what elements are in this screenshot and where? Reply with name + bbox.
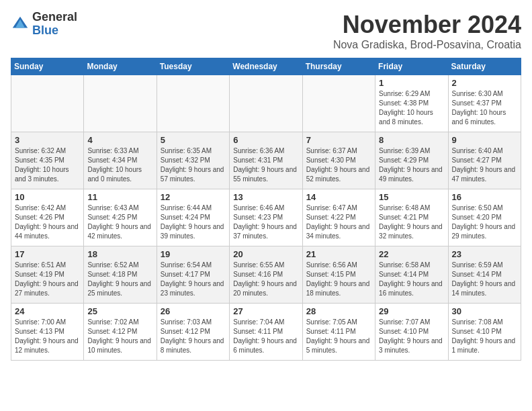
calendar-week-row: 1Sunrise: 6:29 AM Sunset: 4:38 PM Daylig… [11,75,521,132]
day-number: 12 [161,192,226,202]
logo: General Blue [11,11,77,38]
day-number: 21 [306,249,371,259]
day-number: 14 [306,192,371,202]
calendar-week-row: 3Sunrise: 6:32 AM Sunset: 4:35 PM Daylig… [11,132,521,189]
month-title: November 2024 [333,11,521,39]
weekday-header: Saturday [448,58,521,75]
weekday-header: Sunday [11,58,84,75]
calendar-day-cell: 20Sunrise: 6:55 AM Sunset: 4:16 PM Dayli… [230,246,302,304]
day-info: Sunrise: 6:32 AM Sunset: 4:35 PM Dayligh… [15,146,80,184]
calendar-day-cell: 7Sunrise: 6:37 AM Sunset: 4:30 PM Daylig… [302,132,375,189]
day-number: 19 [161,249,226,259]
day-number: 29 [379,306,444,316]
calendar-day-cell: 27Sunrise: 7:04 AM Sunset: 4:11 PM Dayli… [230,304,302,361]
calendar-day-cell: 5Sunrise: 6:35 AM Sunset: 4:32 PM Daylig… [157,132,229,189]
calendar-day-cell: 30Sunrise: 7:08 AM Sunset: 4:10 PM Dayli… [448,304,521,361]
calendar-day-cell: 21Sunrise: 6:56 AM Sunset: 4:15 PM Dayli… [302,246,375,304]
day-number: 23 [452,249,517,259]
weekday-header: Friday [375,58,448,75]
day-number: 20 [233,249,298,259]
day-number: 4 [87,135,152,145]
calendar-day-cell: 29Sunrise: 7:07 AM Sunset: 4:10 PM Dayli… [375,304,448,361]
day-number: 1 [379,78,444,88]
day-info: Sunrise: 7:08 AM Sunset: 4:10 PM Dayligh… [452,318,517,355]
day-info: Sunrise: 6:42 AM Sunset: 4:26 PM Dayligh… [15,203,80,241]
calendar-day-cell: 13Sunrise: 6:46 AM Sunset: 4:23 PM Dayli… [230,189,302,246]
calendar-day-cell: 6Sunrise: 6:36 AM Sunset: 4:31 PM Daylig… [230,132,302,189]
day-info: Sunrise: 6:46 AM Sunset: 4:23 PM Dayligh… [233,203,298,241]
day-info: Sunrise: 7:04 AM Sunset: 4:11 PM Dayligh… [233,318,298,355]
day-number: 24 [15,306,80,316]
day-number: 11 [87,192,152,202]
day-info: Sunrise: 7:05 AM Sunset: 4:11 PM Dayligh… [306,318,371,355]
calendar-day-cell: 28Sunrise: 7:05 AM Sunset: 4:11 PM Dayli… [302,304,375,361]
calendar-day-cell: 1Sunrise: 6:29 AM Sunset: 4:38 PM Daylig… [375,75,448,132]
calendar-day-cell [11,75,84,132]
logo-blue-text: Blue [32,24,77,38]
day-info: Sunrise: 6:51 AM Sunset: 4:19 PM Dayligh… [15,261,80,298]
day-number: 9 [452,135,517,145]
day-info: Sunrise: 6:55 AM Sunset: 4:16 PM Dayligh… [233,261,298,298]
day-number: 10 [15,192,80,202]
calendar-day-cell: 9Sunrise: 6:40 AM Sunset: 4:27 PM Daylig… [448,132,521,189]
calendar-header-row: SundayMondayTuesdayWednesdayThursdayFrid… [11,58,521,75]
day-number: 27 [233,306,298,316]
day-number: 25 [87,306,152,316]
day-info: Sunrise: 6:47 AM Sunset: 4:22 PM Dayligh… [306,203,371,241]
calendar-day-cell [84,75,157,132]
calendar-day-cell: 3Sunrise: 6:32 AM Sunset: 4:35 PM Daylig… [11,132,84,189]
weekday-header: Wednesday [230,58,302,75]
calendar-day-cell: 16Sunrise: 6:50 AM Sunset: 4:20 PM Dayli… [448,189,521,246]
day-number: 2 [452,78,517,88]
calendar-day-cell: 11Sunrise: 6:43 AM Sunset: 4:25 PM Dayli… [84,189,157,246]
weekday-header: Tuesday [157,58,229,75]
calendar-day-cell: 8Sunrise: 6:39 AM Sunset: 4:29 PM Daylig… [375,132,448,189]
day-info: Sunrise: 6:56 AM Sunset: 4:15 PM Dayligh… [306,261,371,298]
logo-general-text: General [32,11,77,24]
calendar-day-cell: 10Sunrise: 6:42 AM Sunset: 4:26 PM Dayli… [11,189,84,246]
day-info: Sunrise: 6:35 AM Sunset: 4:32 PM Dayligh… [161,146,226,184]
day-info: Sunrise: 6:58 AM Sunset: 4:14 PM Dayligh… [379,261,444,298]
calendar-day-cell: 19Sunrise: 6:54 AM Sunset: 4:17 PM Dayli… [157,246,229,304]
weekday-header: Thursday [302,58,375,75]
day-info: Sunrise: 6:29 AM Sunset: 4:38 PM Dayligh… [379,89,444,127]
logo-text: General Blue [32,11,77,38]
day-info: Sunrise: 7:00 AM Sunset: 4:13 PM Dayligh… [15,318,80,355]
calendar-day-cell: 22Sunrise: 6:58 AM Sunset: 4:14 PM Dayli… [375,246,448,304]
day-info: Sunrise: 6:44 AM Sunset: 4:24 PM Dayligh… [161,203,226,241]
day-info: Sunrise: 6:39 AM Sunset: 4:29 PM Dayligh… [379,146,444,184]
day-number: 15 [379,192,444,202]
calendar-day-cell: 23Sunrise: 6:59 AM Sunset: 4:14 PM Dayli… [448,246,521,304]
day-number: 22 [379,249,444,259]
day-info: Sunrise: 6:40 AM Sunset: 4:27 PM Dayligh… [452,146,517,184]
calendar-day-cell: 26Sunrise: 7:03 AM Sunset: 4:12 PM Dayli… [157,304,229,361]
day-number: 3 [15,135,80,145]
day-info: Sunrise: 6:52 AM Sunset: 4:18 PM Dayligh… [87,261,152,298]
calendar-week-row: 17Sunrise: 6:51 AM Sunset: 4:19 PM Dayli… [11,246,521,304]
day-info: Sunrise: 6:48 AM Sunset: 4:21 PM Dayligh… [379,203,444,241]
calendar-day-cell: 4Sunrise: 6:33 AM Sunset: 4:34 PM Daylig… [84,132,157,189]
calendar-week-row: 10Sunrise: 6:42 AM Sunset: 4:26 PM Dayli… [11,189,521,246]
calendar-day-cell: 2Sunrise: 6:30 AM Sunset: 4:37 PM Daylig… [448,75,521,132]
day-info: Sunrise: 7:03 AM Sunset: 4:12 PM Dayligh… [161,318,226,355]
day-info: Sunrise: 6:59 AM Sunset: 4:14 PM Dayligh… [452,261,517,298]
day-number: 18 [87,249,152,259]
day-info: Sunrise: 6:33 AM Sunset: 4:34 PM Dayligh… [87,146,152,184]
day-number: 13 [233,192,298,202]
day-info: Sunrise: 6:30 AM Sunset: 4:37 PM Dayligh… [452,89,517,127]
calendar-table: SundayMondayTuesdayWednesdayThursdayFrid… [11,58,521,361]
location-title: Nova Gradiska, Brod-Posavina, Croatia [333,39,521,51]
day-number: 5 [161,135,226,145]
day-info: Sunrise: 7:02 AM Sunset: 4:12 PM Dayligh… [87,318,152,355]
day-info: Sunrise: 6:36 AM Sunset: 4:31 PM Dayligh… [233,146,298,184]
calendar-day-cell: 14Sunrise: 6:47 AM Sunset: 4:22 PM Dayli… [302,189,375,246]
day-number: 6 [233,135,298,145]
day-info: Sunrise: 6:37 AM Sunset: 4:30 PM Dayligh… [306,146,371,184]
title-section: November 2024 Nova Gradiska, Brod-Posavi… [333,11,521,51]
calendar-day-cell: 17Sunrise: 6:51 AM Sunset: 4:19 PM Dayli… [11,246,84,304]
day-number: 26 [161,306,226,316]
calendar-day-cell [157,75,229,132]
calendar-day-cell [230,75,302,132]
day-number: 30 [452,306,517,316]
calendar-week-row: 24Sunrise: 7:00 AM Sunset: 4:13 PM Dayli… [11,304,521,361]
